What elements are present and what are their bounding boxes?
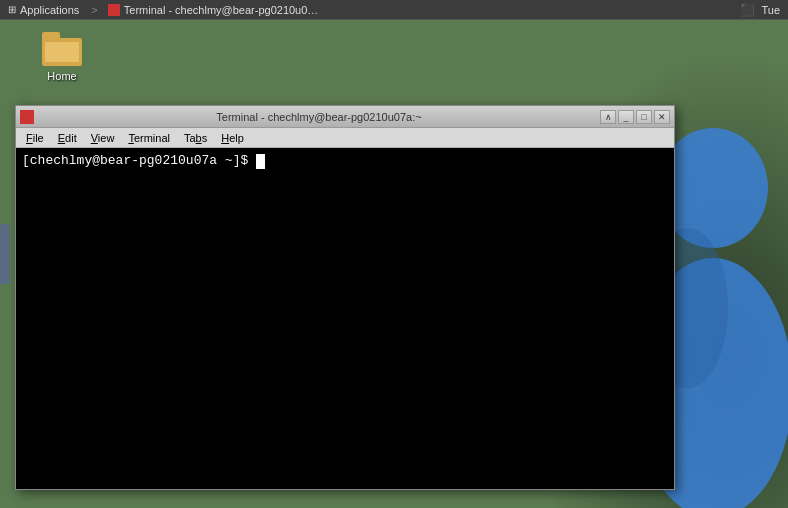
taskbar: Applications > Terminal - chechlmy@bear-…: [0, 0, 788, 20]
terminal-title-text: Terminal - chechlmy@bear-pg0210u07a:~: [38, 111, 600, 123]
terminal-menubar: File Edit View Terminal Tabs Help: [16, 128, 674, 148]
terminal-titlebar: Terminal - chechlmy@bear-pg0210u07a:~ ∧ …: [16, 106, 674, 128]
terminal-window-controls: ∧ _ □ ✕: [600, 110, 670, 124]
terminal-prompt-line: [chechlmy@bear-pg0210u07a ~]$: [22, 152, 668, 170]
folder-inner: [45, 42, 79, 62]
terminal-minimize-button[interactable]: _: [618, 110, 634, 124]
terminal-body[interactable]: [chechlmy@bear-pg0210u07a ~]$: [16, 148, 674, 489]
terminal-close-button[interactable]: ✕: [654, 110, 670, 124]
screen-icon: ⬛: [740, 3, 755, 17]
menu-terminal[interactable]: Terminal: [122, 128, 176, 147]
terminal-prompt: [chechlmy@bear-pg0210u07a ~]$: [22, 152, 256, 170]
terminal-title-icon: [20, 110, 34, 124]
taskbar-window-item[interactable]: Terminal - chechlmy@bear-pg0210u07a:~: [102, 4, 330, 16]
desktop: Applications > Terminal - chechlmy@bear-…: [0, 0, 788, 508]
side-panel[interactable]: [0, 224, 10, 284]
home-icon[interactable]: Home: [30, 30, 94, 82]
folder-body: [42, 38, 82, 66]
taskbar-apps-button[interactable]: Applications: [0, 4, 87, 16]
taskbar-left: Applications > Terminal - chechlmy@bear-…: [0, 4, 330, 16]
menu-file[interactable]: File: [20, 128, 50, 147]
terminal-taskbar-icon: [108, 4, 120, 16]
terminal-maximize-button[interactable]: □: [636, 110, 652, 124]
terminal-cursor: [256, 154, 265, 169]
taskbar-right: ⬛ Tue: [740, 3, 788, 17]
terminal-window: Terminal - chechlmy@bear-pg0210u07a:~ ∧ …: [15, 105, 675, 490]
menu-tabs[interactable]: Tabs: [178, 128, 213, 147]
menu-view[interactable]: View: [85, 128, 121, 147]
menu-edit[interactable]: Edit: [52, 128, 83, 147]
menu-help[interactable]: Help: [215, 128, 250, 147]
taskbar-window-label: Terminal - chechlmy@bear-pg0210u07a:~: [124, 4, 324, 16]
taskbar-separator: >: [91, 4, 97, 16]
terminal-updown-button[interactable]: ∧: [600, 110, 616, 124]
home-icon-label: Home: [47, 70, 76, 82]
taskbar-time: Tue: [761, 4, 780, 16]
folder-icon-image: [42, 30, 82, 66]
